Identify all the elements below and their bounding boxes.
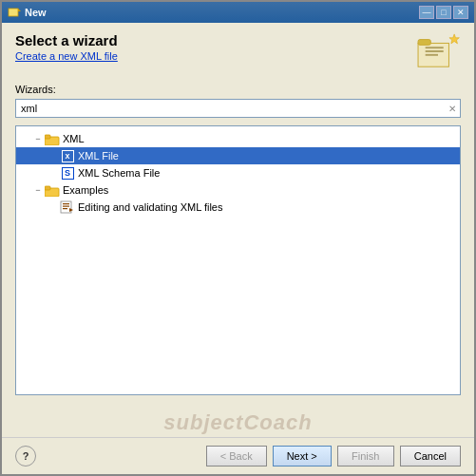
tree-item-examples-group[interactable]: − Examples [16, 181, 460, 199]
title-bar: New — □ ✕ [2, 2, 474, 23]
main-content: Select a wizard Create a new XML file Wi… [2, 23, 474, 405]
xml-group-toggle[interactable]: − [31, 132, 45, 145]
window-icon [8, 6, 21, 19]
folder-icon [45, 131, 60, 146]
window-controls: — □ ✕ [419, 6, 468, 19]
search-bar: ✕ [15, 99, 461, 118]
search-input[interactable] [16, 100, 445, 117]
wizard-graphic [415, 32, 461, 70]
xml-file-icon: x [60, 148, 75, 163]
svg-rect-9 [45, 135, 50, 139]
new-wizard-window: New — □ ✕ Select a wizard Create a new X… [0, 0, 476, 476]
svg-rect-0 [9, 9, 18, 16]
svg-rect-11 [45, 186, 50, 190]
tree-container[interactable]: − XML x XML File [15, 125, 461, 395]
search-clear-icon[interactable]: ✕ [445, 102, 460, 116]
xml-group-label: XML [63, 133, 85, 144]
tree-item-xml-file[interactable]: x XML File [16, 147, 460, 164]
header-text: Select a wizard Create a new XML file [15, 32, 118, 62]
svg-rect-6 [426, 54, 438, 56]
tree-item-xml-schema[interactable]: S XML Schema File [16, 164, 460, 181]
examples-group-toggle[interactable]: − [31, 183, 45, 197]
example-item-toggle [47, 200, 60, 214]
wizards-label: Wizards: [15, 84, 461, 95]
button-bar: ? < Back Next > Finish Cancel [2, 437, 474, 474]
minimize-button[interactable]: — [419, 6, 434, 19]
subtitle-link[interactable]: Create a new XML file [15, 50, 118, 62]
schema-file-toggle [47, 166, 60, 180]
maximize-button[interactable]: □ [436, 6, 451, 19]
page-title: Select a wizard [15, 32, 118, 48]
cancel-button[interactable]: Cancel [400, 446, 461, 466]
xml-file-toggle [47, 149, 60, 162]
svg-rect-4 [426, 47, 444, 48]
finish-button[interactable]: Finish [337, 446, 394, 466]
svg-rect-15 [63, 208, 67, 209]
schema-file-icon: S [60, 165, 75, 181]
tree-item-xml-group[interactable]: − XML [16, 130, 460, 147]
examples-folder-icon [45, 182, 60, 198]
close-button[interactable]: ✕ [453, 6, 468, 19]
tree-item-editing-example[interactable]: Editing and validating XML files [16, 199, 460, 216]
window-title: New [25, 7, 47, 18]
watermark-text: subjectCoach [2, 405, 474, 437]
help-button[interactable]: ? [15, 446, 36, 466]
svg-marker-1 [18, 9, 21, 11]
header-section: Select a wizard Create a new XML file [15, 32, 461, 70]
svg-rect-5 [426, 50, 444, 52]
next-button[interactable]: Next > [273, 446, 332, 466]
back-button[interactable]: < Back [206, 446, 267, 466]
schema-file-label: XML Schema File [78, 167, 160, 179]
svg-rect-3 [418, 40, 430, 46]
examples-group-label: Examples [63, 184, 108, 196]
example-item-icon [60, 200, 75, 215]
editing-example-label: Editing and validating XML files [78, 201, 222, 213]
svg-rect-13 [63, 203, 69, 204]
svg-marker-7 [449, 34, 459, 44]
svg-rect-14 [63, 206, 69, 207]
xml-file-label: XML File [78, 150, 119, 162]
